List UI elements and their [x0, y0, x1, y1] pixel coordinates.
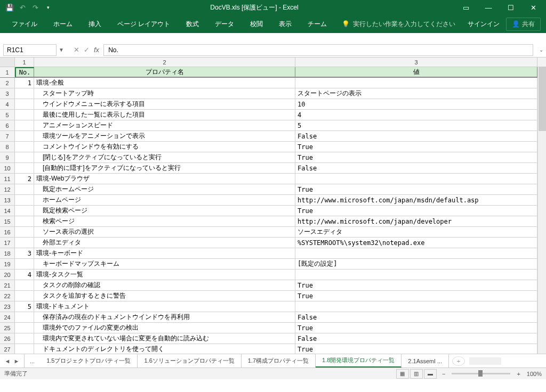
normal-view-icon[interactable]: ▦ — [396, 369, 409, 379]
tab-file[interactable]: ファイル — [4, 17, 45, 32]
col-header-1[interactable]: 1 — [15, 58, 34, 67]
cell[interactable] — [15, 163, 34, 173]
cell[interactable]: 環境外でのファイルの変更の検出 — [34, 323, 295, 333]
cell[interactable]: http://www.microsoft.com/japan/developer — [295, 216, 537, 226]
cell[interactable]: True — [295, 323, 537, 333]
cell[interactable]: 環境-Webブラウザ — [34, 174, 295, 184]
name-box-dropdown-icon[interactable]: ▼ — [57, 47, 66, 53]
cell[interactable]: タスクを追加するときに警告 — [34, 291, 295, 301]
minimize-icon[interactable]: — — [478, 1, 499, 14]
page-break-view-icon[interactable]: ▬ — [424, 369, 437, 379]
row-header[interactable]: 24 — [0, 312, 15, 322]
cell[interactable]: ソース表示の選択 — [34, 227, 295, 237]
cell[interactable]: スタートページの表示 — [295, 88, 537, 99]
cell[interactable] — [15, 88, 34, 99]
cell[interactable] — [15, 110, 34, 120]
cell[interactable] — [15, 333, 34, 344]
cell[interactable]: False — [295, 131, 537, 141]
add-sheet-button[interactable]: + — [452, 356, 465, 366]
cell[interactable]: 検索ページ — [34, 216, 295, 226]
row-header[interactable]: 10 — [0, 163, 15, 173]
zoom-level[interactable]: 100% — [527, 371, 542, 377]
sheet-tab-4[interactable]: 1.8開発環境プロパティ一覧 — [316, 354, 402, 368]
cell[interactable]: 環境-全般 — [34, 78, 295, 88]
cell[interactable] — [15, 131, 34, 141]
col-header-2[interactable]: 2 — [34, 58, 295, 67]
cell-header-no[interactable]: No. — [15, 67, 34, 77]
cell[interactable]: タスクの削除の確認 — [34, 280, 295, 290]
vertical-scroll-thumb[interactable] — [539, 67, 546, 131]
row-header[interactable]: 26 — [0, 333, 15, 344]
row-header[interactable]: 2 — [0, 78, 15, 88]
tab-insert[interactable]: 挿入 — [81, 17, 109, 32]
tab-home[interactable]: ホーム — [46, 17, 80, 32]
cell[interactable]: キーボードマップスキーム — [34, 259, 295, 269]
save-icon[interactable]: 💾 — [4, 2, 15, 13]
cell[interactable]: コメントウインドウを有効にする — [34, 142, 295, 152]
enter-formula-icon[interactable]: ✓ — [84, 46, 90, 54]
cell[interactable] — [15, 323, 34, 333]
cell[interactable]: 環境-ドキュメント — [34, 301, 295, 312]
cell[interactable]: True — [295, 152, 537, 162]
cell[interactable]: 既定検索ページ — [34, 206, 295, 216]
sheet-tab-5[interactable]: 2.1Asseml ... — [402, 354, 449, 368]
cell[interactable]: 4 — [295, 110, 537, 120]
row-header[interactable]: 5 — [0, 110, 15, 120]
cell[interactable] — [15, 280, 34, 290]
row-header[interactable]: 11 — [0, 174, 15, 184]
row-header[interactable]: 15 — [0, 216, 15, 226]
cell[interactable] — [295, 301, 537, 312]
cell[interactable]: 4 — [15, 270, 34, 280]
undo-icon[interactable]: ↶ — [17, 2, 28, 13]
zoom-slider[interactable] — [452, 373, 510, 374]
row-header[interactable]: 25 — [0, 323, 15, 333]
cell[interactable] — [15, 216, 34, 226]
zoom-in-icon[interactable]: + — [517, 371, 520, 377]
cell[interactable]: アニメーションスピード — [34, 120, 295, 130]
cell[interactable]: False — [295, 333, 537, 344]
signin-link[interactable]: サインイン — [468, 20, 500, 29]
cell[interactable]: http://www.microsoft.com/japan/msdn/defa… — [295, 195, 537, 205]
sheet-tab-2[interactable]: 1.6ソリューションプロパティ一覧 — [138, 354, 241, 368]
row-header[interactable]: 19 — [0, 259, 15, 269]
cell[interactable]: [既定の設定] — [295, 259, 537, 269]
cell[interactable]: ソースエディタ — [295, 227, 537, 237]
row-header[interactable]: 9 — [0, 152, 15, 162]
tab-view[interactable]: 表示 — [271, 17, 299, 32]
cell[interactable] — [15, 312, 34, 322]
col-header-3[interactable]: 3 — [295, 58, 537, 67]
cell[interactable]: 既定ホームページ — [34, 184, 295, 194]
row-header[interactable]: 4 — [0, 99, 15, 109]
cell[interactable]: ウインドウメニューに表示する項目 — [34, 99, 295, 109]
row-header[interactable]: 22 — [0, 291, 15, 301]
cell[interactable]: 最後に使用した一覧に表示した項目 — [34, 110, 295, 120]
fx-icon[interactable]: fx — [94, 46, 99, 54]
row-header[interactable]: 23 — [0, 301, 15, 312]
cancel-formula-icon[interactable]: ✕ — [74, 46, 79, 54]
cell[interactable] — [295, 78, 537, 88]
maximize-icon[interactable]: ☐ — [500, 1, 521, 14]
cell[interactable]: True — [295, 344, 537, 354]
row-header[interactable]: 1 — [0, 67, 15, 77]
cell-header-val[interactable]: 値 — [295, 67, 537, 77]
cell[interactable] — [15, 291, 34, 301]
row-header[interactable]: 6 — [0, 120, 15, 130]
cell[interactable] — [15, 99, 34, 109]
cell[interactable] — [295, 174, 537, 184]
tab-review[interactable]: 校閲 — [243, 17, 270, 32]
cell[interactable]: 2 — [15, 174, 34, 184]
sheet-tab-1[interactable]: 1.5プロジェクトプロパティ一覧 — [40, 354, 138, 368]
vertical-scrollbar[interactable] — [537, 67, 546, 354]
tab-formula[interactable]: 数式 — [179, 17, 206, 32]
sheet-overflow-left[interactable]: ... — [25, 358, 40, 364]
cell[interactable]: 環境内で変更されていない場合に変更を自動的に読み込む — [34, 333, 295, 344]
redo-icon[interactable]: ↷ — [30, 2, 41, 13]
row-header[interactable]: 12 — [0, 184, 15, 194]
cell[interactable]: False — [295, 312, 537, 322]
tab-data[interactable]: データ — [207, 17, 242, 32]
cell[interactable]: [自動的に隠す]をアクティブになっていると実行 — [34, 163, 295, 173]
cell[interactable] — [15, 259, 34, 269]
cell[interactable] — [15, 184, 34, 194]
row-header[interactable]: 8 — [0, 142, 15, 152]
cell[interactable]: 外部エディタ — [34, 238, 295, 248]
